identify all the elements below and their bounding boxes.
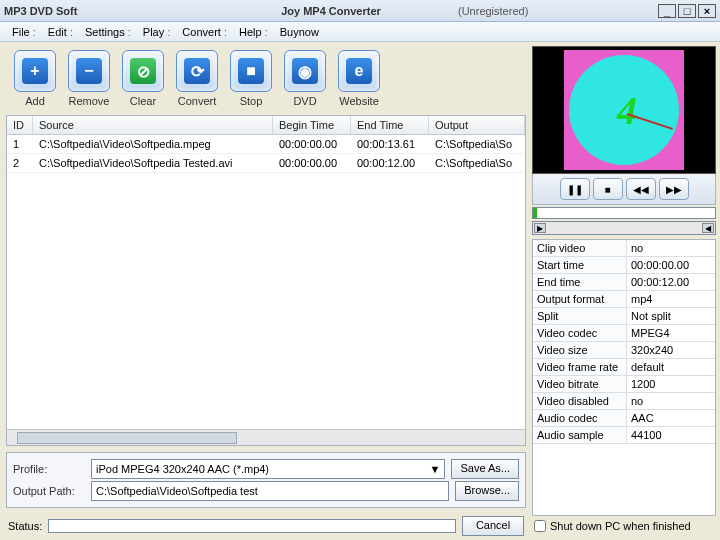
browse-button[interactable]: Browse... [455, 481, 519, 501]
trim-bar[interactable]: ▶◀ [532, 221, 716, 235]
prohibit-icon: ⊘ [130, 58, 156, 84]
minimize-button[interactable]: _ [658, 4, 676, 18]
playback-controls: ❚❚ ■ ◀◀ ▶▶ [532, 174, 716, 205]
col-id[interactable]: ID [7, 116, 33, 134]
profile-label: Profile: [13, 463, 85, 475]
property-row[interactable]: Video codecMPEG4 [533, 325, 715, 342]
minus-icon: − [76, 58, 102, 84]
table-row[interactable]: 1C:\Softpedia\Video\Softpedia.mpeg00:00:… [7, 135, 525, 154]
menu-edit[interactable]: Edit [42, 24, 79, 40]
close-button[interactable]: × [698, 4, 716, 18]
globe-icon: e [346, 58, 372, 84]
property-row[interactable]: SplitNot split [533, 308, 715, 325]
seek-bar[interactable] [532, 207, 716, 219]
property-row[interactable]: Video disabledno [533, 393, 715, 410]
stop-playback-button[interactable]: ■ [593, 178, 623, 200]
website-button[interactable]: eWebsite [338, 50, 380, 107]
add-button[interactable]: +Add [14, 50, 56, 107]
property-row[interactable]: Video frame ratedefault [533, 359, 715, 376]
col-begin-time[interactable]: Begin Time [273, 116, 351, 134]
property-row[interactable]: Output formatmp4 [533, 291, 715, 308]
maximize-button[interactable]: □ [678, 4, 696, 18]
property-row[interactable]: Audio codecAAC [533, 410, 715, 427]
registration-status: (Unregistered) [458, 5, 658, 17]
arrow-left-icon[interactable]: ▶ [534, 223, 546, 233]
property-row[interactable]: End time00:00:12.00 [533, 274, 715, 291]
remove-button[interactable]: −Remove [68, 50, 110, 107]
menu-help[interactable]: Help [233, 24, 274, 40]
stop-button[interactable]: ■Stop [230, 50, 272, 107]
property-row[interactable]: Video size320x240 [533, 342, 715, 359]
progress-bar [48, 519, 456, 533]
pause-button[interactable]: ❚❚ [560, 178, 590, 200]
menubar: File Edit Settings Play Convert Help Buy… [0, 22, 720, 42]
convert-button[interactable]: ⟳Convert [176, 50, 218, 107]
menu-buynow[interactable]: Buynow [274, 24, 325, 40]
output-path-label: Output Path: [13, 485, 85, 497]
menu-file[interactable]: File [6, 24, 42, 40]
prev-button[interactable]: ◀◀ [626, 178, 656, 200]
cancel-button[interactable]: Cancel [462, 516, 524, 536]
toolbar: +Add −Remove ⊘Clear ⟳Convert ■Stop ◉DVD … [6, 46, 526, 115]
property-row[interactable]: Video bitrate1200 [533, 376, 715, 393]
property-row[interactable]: Audio sample44100 [533, 427, 715, 444]
arrow-right-icon[interactable]: ◀ [702, 223, 714, 233]
col-output[interactable]: Output [429, 116, 525, 134]
titlebar: MP3 DVD Soft Joy MP4 Converter (Unregist… [0, 0, 720, 22]
shutdown-label: Shut down PC when finished [550, 520, 691, 532]
property-row[interactable]: Start time00:00:00.00 [533, 257, 715, 274]
video-preview: 4 [532, 46, 716, 174]
clear-button[interactable]: ⊘Clear [122, 50, 164, 107]
clock-numeral: 4 [617, 87, 637, 134]
file-table: ID Source Begin Time End Time Output 1C:… [6, 115, 526, 446]
menu-play[interactable]: Play [137, 24, 177, 40]
table-row[interactable]: 2C:\Softpedia\Video\Softpedia Tested.avi… [7, 154, 525, 173]
menu-settings[interactable]: Settings [79, 24, 137, 40]
shutdown-checkbox[interactable] [534, 520, 546, 532]
brand-label: MP3 DVD Soft [4, 5, 204, 17]
save-as-button[interactable]: Save As... [451, 459, 519, 479]
output-path-input[interactable]: C:\Softpedia\Video\Softpedia test [91, 481, 449, 501]
dvd-button[interactable]: ◉DVD [284, 50, 326, 107]
status-label: Status: [8, 520, 42, 532]
col-end-time[interactable]: End Time [351, 116, 429, 134]
plus-icon: + [22, 58, 48, 84]
next-button[interactable]: ▶▶ [659, 178, 689, 200]
profile-select[interactable]: iPod MPEG4 320x240 AAC (*.mp4)▼ [91, 459, 445, 479]
refresh-icon: ⟳ [184, 58, 210, 84]
menu-convert[interactable]: Convert [176, 24, 233, 40]
stop-icon: ■ [238, 58, 264, 84]
properties-panel: Clip videonoStart time00:00:00.00End tim… [532, 239, 716, 516]
app-title: Joy MP4 Converter [204, 5, 458, 17]
property-row[interactable]: Clip videono [533, 240, 715, 257]
disc-icon: ◉ [292, 58, 318, 84]
chevron-down-icon: ▼ [430, 463, 441, 475]
col-source[interactable]: Source [33, 116, 273, 134]
horizontal-scrollbar[interactable] [7, 429, 525, 445]
